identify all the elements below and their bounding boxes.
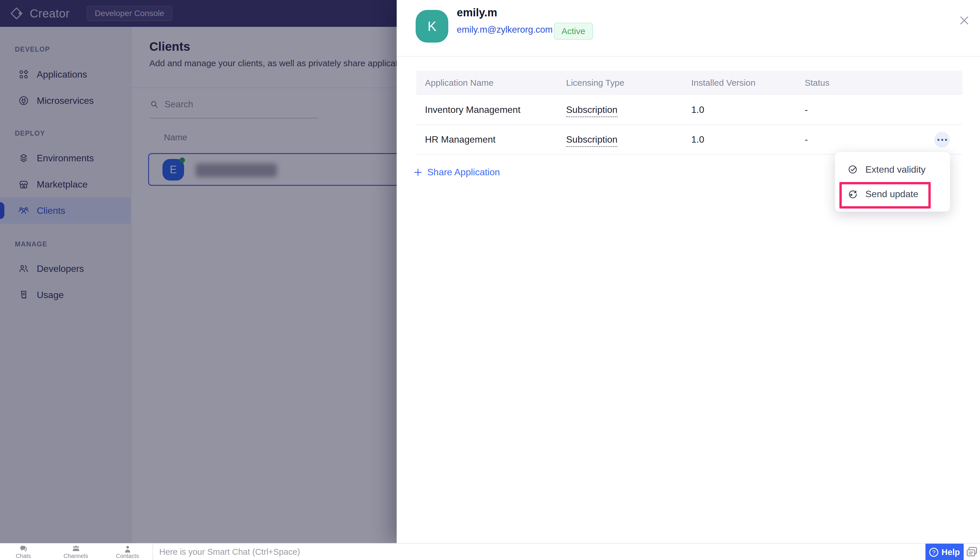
client-detail-panel: K emily.m emily.m@zylkerorg.com Active A…	[397, 0, 980, 543]
check-circle-icon	[847, 164, 858, 175]
panel-divider	[397, 56, 980, 57]
table-row[interactable]: HR Management Subscription 1.0 -	[416, 125, 962, 155]
panel-avatar-initial: K	[428, 18, 437, 34]
help-button[interactable]: ? Help	[925, 544, 964, 560]
column-header: Licensing Type	[566, 78, 691, 88]
tab-label: Chats	[16, 553, 31, 559]
status-badge: Active	[554, 23, 593, 40]
licensing-type-cell[interactable]: Subscription	[566, 104, 617, 117]
modal-dim-overlay	[0, 0, 397, 543]
menu-item-extend-validity[interactable]: Extend validity	[835, 157, 950, 182]
smart-chat-bar: Chats Channels Contacts ?	[0, 543, 980, 560]
contacts-tab[interactable]: Contacts	[112, 544, 143, 560]
question-mark-icon: ?	[929, 548, 938, 557]
sync-icon	[847, 188, 858, 200]
feedback-widget-icon[interactable]	[966, 546, 978, 558]
application-name-cell: HR Management	[416, 134, 566, 145]
menu-item-label: Send update	[865, 189, 918, 200]
row-actions-menu: Extend validity Send update	[835, 152, 950, 212]
row-actions-menu-button[interactable]	[934, 132, 950, 148]
share-application-link[interactable]: Share Application	[413, 167, 500, 178]
column-header: Application Name	[416, 78, 566, 88]
table-row[interactable]: Inventory Management Subscription 1.0 -	[416, 95, 962, 125]
application-name-cell: Inventory Management	[416, 104, 566, 115]
chat-bubbles-icon	[20, 545, 27, 552]
tab-label: Channels	[63, 553, 88, 559]
close-icon[interactable]	[957, 13, 971, 27]
tab-label: Contacts	[116, 553, 139, 559]
chats-tab[interactable]: Chats	[7, 544, 39, 560]
person-icon	[124, 545, 132, 552]
menu-item-label: Extend validity	[865, 164, 925, 175]
installed-version-cell: 1.0	[691, 104, 805, 115]
plus-icon	[413, 168, 423, 177]
share-application-label: Share Application	[427, 167, 500, 178]
applications-table: Application Name Licensing Type Installe…	[416, 71, 962, 155]
smart-chat-input[interactable]	[159, 544, 859, 560]
client-name: emily.m	[457, 7, 497, 19]
status-cell: -	[805, 134, 913, 145]
client-email-link[interactable]: emily.m@zylkerorg.com	[457, 25, 553, 35]
channels-tab[interactable]: Channels	[60, 544, 92, 560]
installed-version-cell: 1.0	[691, 134, 805, 145]
status-cell: -	[805, 104, 913, 115]
menu-item-send-update[interactable]: Send update	[835, 182, 950, 206]
column-header: Status	[805, 78, 913, 88]
table-header-row: Application Name Licensing Type Installe…	[416, 71, 962, 95]
people-group-icon	[72, 545, 80, 552]
help-label: Help	[942, 547, 960, 557]
panel-avatar: K	[416, 10, 448, 43]
screen: Creator Developer Console DEVELOP Applic…	[0, 0, 980, 560]
licensing-type-cell[interactable]: Subscription	[566, 134, 617, 147]
bar-divider	[153, 544, 153, 560]
column-header: Installed Version	[691, 78, 805, 88]
